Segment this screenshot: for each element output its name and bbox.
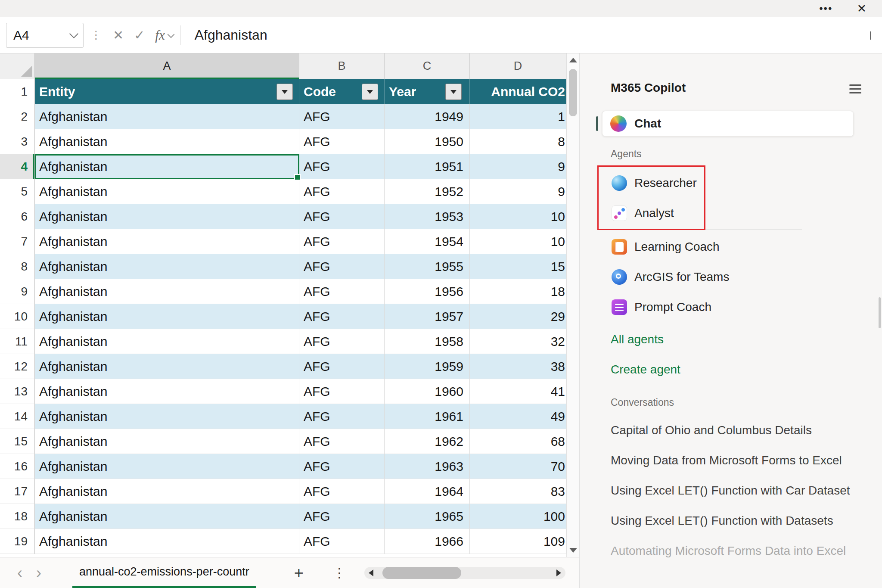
- cell-year[interactable]: 1964: [385, 479, 470, 504]
- fx-chevron-icon[interactable]: [167, 31, 174, 38]
- cell-entity[interactable]: Afghanistan: [35, 404, 299, 429]
- formula-bar-expand-icon[interactable]: [870, 31, 871, 39]
- row-header-11[interactable]: 11: [0, 329, 35, 354]
- vertical-scrollbar-thumb[interactable]: [569, 69, 577, 116]
- cell-entity[interactable]: Afghanistan: [35, 504, 299, 529]
- scroll-right-icon[interactable]: [556, 569, 561, 576]
- sheet-prev-icon[interactable]: ‹: [10, 565, 29, 581]
- row-header-6[interactable]: 6: [0, 204, 35, 229]
- agent-item-learning-coach[interactable]: Learning Coach: [602, 232, 843, 262]
- agent-item-analyst[interactable]: Analyst: [602, 198, 843, 228]
- conversation-item[interactable]: Using Excel LET() Function with Datasets: [602, 506, 869, 536]
- scroll-up-icon[interactable]: [569, 58, 577, 62]
- chat-item[interactable]: Chat: [602, 111, 854, 137]
- conversation-item[interactable]: Moving Data from Microsoft Forms to Exce…: [602, 445, 869, 476]
- row-header-17[interactable]: 17: [0, 479, 35, 504]
- cell-value[interactable]: 8: [470, 129, 566, 154]
- conversation-item[interactable]: Automating Microsoft Forms Data into Exc…: [602, 536, 869, 566]
- row-header-18[interactable]: 18: [0, 504, 35, 529]
- cell-value[interactable]: 32: [470, 329, 566, 354]
- cell-code[interactable]: AFG: [299, 404, 385, 429]
- create-agent-link[interactable]: Create agent: [611, 363, 680, 376]
- formula-input[interactable]: Afghanistan: [195, 27, 870, 43]
- cell-value[interactable]: 109: [470, 529, 566, 554]
- pane-scrollbar-thumb[interactable]: [879, 297, 881, 328]
- cell-code[interactable]: AFG: [299, 479, 385, 504]
- cell-entity[interactable]: Afghanistan: [35, 379, 299, 404]
- cell-year[interactable]: 1960: [385, 379, 470, 404]
- row-header-5[interactable]: 5: [0, 179, 35, 204]
- horizontal-scrollbar[interactable]: [364, 567, 565, 579]
- agent-item-researcher[interactable]: Researcher: [602, 168, 843, 198]
- table-header-cell-b[interactable]: Code: [299, 79, 385, 104]
- cell-year[interactable]: 1965: [385, 504, 470, 529]
- cell-year[interactable]: 1955: [385, 254, 470, 279]
- table-header-cell-d[interactable]: Annual CO2: [470, 79, 566, 104]
- cell-entity[interactable]: Afghanistan: [35, 204, 299, 229]
- cell-entity[interactable]: Afghanistan: [35, 329, 299, 354]
- cell-entity[interactable]: Afghanistan: [35, 154, 299, 179]
- cancel-icon[interactable]: ✕: [113, 28, 124, 43]
- cell-value[interactable]: 29: [470, 304, 566, 329]
- window-close-icon[interactable]: ✕: [857, 3, 866, 15]
- filter-button[interactable]: [445, 84, 462, 100]
- cell-value[interactable]: 83: [470, 479, 566, 504]
- cell-code[interactable]: AFG: [299, 254, 385, 279]
- name-box-chevron-icon[interactable]: [69, 29, 78, 38]
- select-all-button[interactable]: [0, 53, 35, 79]
- enter-icon[interactable]: ✓: [134, 28, 145, 43]
- scroll-left-icon[interactable]: [369, 569, 373, 576]
- cell-code[interactable]: AFG: [299, 204, 385, 229]
- cell-entity[interactable]: Afghanistan: [35, 429, 299, 454]
- row-header-7[interactable]: 7: [0, 229, 35, 254]
- scroll-down-icon[interactable]: [569, 548, 577, 553]
- insert-function-icon[interactable]: fx: [155, 28, 165, 43]
- cell-entity[interactable]: Afghanistan: [35, 454, 299, 479]
- window-more-icon[interactable]: •••: [819, 3, 832, 14]
- cell-value[interactable]: 70: [470, 454, 566, 479]
- column-header-A[interactable]: A: [35, 53, 299, 79]
- agent-item-prompt-coach[interactable]: Prompt Coach: [602, 292, 843, 322]
- cell-code[interactable]: AFG: [299, 354, 385, 379]
- cell-code[interactable]: AFG: [299, 504, 385, 529]
- cell-value[interactable]: 41: [470, 379, 566, 404]
- cell-entity[interactable]: Afghanistan: [35, 179, 299, 204]
- cell-year[interactable]: 1954: [385, 229, 470, 254]
- row-header-1[interactable]: 1: [0, 79, 35, 104]
- cell-year[interactable]: 1961: [385, 404, 470, 429]
- cell-value[interactable]: 100: [470, 504, 566, 529]
- cell-year[interactable]: 1966: [385, 529, 470, 554]
- cell-code[interactable]: AFG: [299, 454, 385, 479]
- all-agents-link[interactable]: All agents: [611, 333, 664, 346]
- cell-entity[interactable]: Afghanistan: [35, 529, 299, 554]
- cell-year[interactable]: 1952: [385, 179, 470, 204]
- row-header-13[interactable]: 13: [0, 379, 35, 404]
- cell-value[interactable]: 68: [470, 429, 566, 454]
- row-header-14[interactable]: 14: [0, 404, 35, 429]
- agent-item-arcgis-for-teams[interactable]: ArcGIS for Teams: [602, 262, 843, 292]
- horizontal-scrollbar-thumb[interactable]: [382, 567, 461, 579]
- row-header-16[interactable]: 16: [0, 454, 35, 479]
- cell-entity[interactable]: Afghanistan: [35, 304, 299, 329]
- conversation-item[interactable]: Capital of Ohio and Columbus Details: [602, 415, 869, 445]
- cell-code[interactable]: AFG: [299, 154, 385, 179]
- row-header-2[interactable]: 2: [0, 104, 35, 129]
- cell-year[interactable]: 1963: [385, 454, 470, 479]
- cell-code[interactable]: AFG: [299, 529, 385, 554]
- cell-year[interactable]: 1958: [385, 329, 470, 354]
- filter-button[interactable]: [276, 84, 293, 100]
- cell-code[interactable]: AFG: [299, 429, 385, 454]
- cell-entity[interactable]: Afghanistan: [35, 129, 299, 154]
- cell-entity[interactable]: Afghanistan: [35, 254, 299, 279]
- cell-entity[interactable]: Afghanistan: [35, 229, 299, 254]
- cell-year[interactable]: 1950: [385, 129, 470, 154]
- cell-value[interactable]: 9: [470, 179, 566, 204]
- row-header-12[interactable]: 12: [0, 354, 35, 379]
- row-header-8[interactable]: 8: [0, 254, 35, 279]
- cell-entity[interactable]: Afghanistan: [35, 104, 299, 129]
- name-box[interactable]: A4: [6, 23, 84, 48]
- column-header-B[interactable]: B: [299, 53, 385, 79]
- cell-value[interactable]: 9: [470, 154, 566, 179]
- conversation-item[interactable]: Using Excel LET() Function with Car Data…: [602, 476, 869, 506]
- cell-year[interactable]: 1953: [385, 204, 470, 229]
